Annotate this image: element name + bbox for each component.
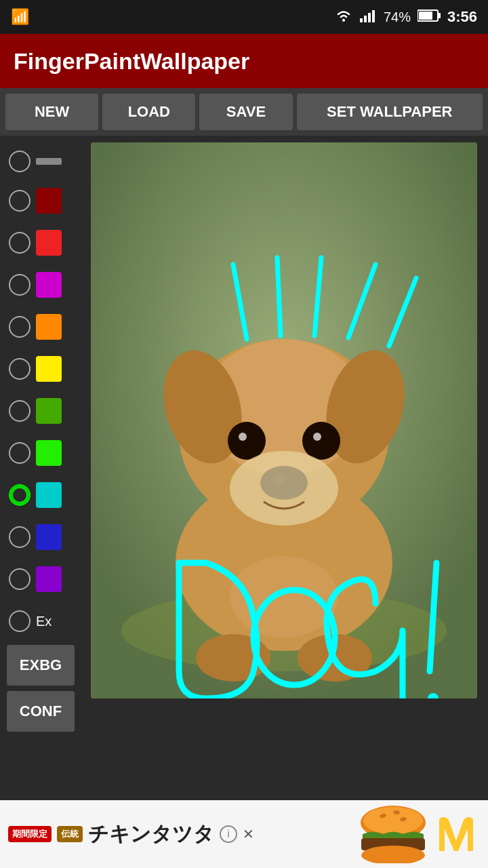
signal-icon — [359, 9, 377, 26]
color-swatch-lime-dark[interactable] — [36, 398, 62, 424]
color-swatch-orange[interactable] — [36, 314, 62, 340]
svg-rect-2 — [364, 16, 367, 22]
svg-rect-6 — [438, 13, 441, 18]
color-radio-blue[interactable] — [9, 526, 30, 548]
phone-signal-icon: 📶 — [11, 8, 29, 26]
color-radio-purple[interactable] — [9, 568, 30, 590]
ad-banner: 期間限定 伝統 チキンタツタ i ✕ — [0, 800, 488, 868]
ad-close-button[interactable]: ✕ — [243, 826, 254, 842]
new-button[interactable]: NEW — [5, 94, 98, 130]
mcdonalds-logo — [432, 806, 480, 863]
color-row-orange — [3, 306, 78, 348]
exbg-button[interactable]: EXBG — [7, 645, 75, 686]
svg-point-30 — [253, 590, 335, 685]
color-row-blue — [3, 516, 78, 558]
svg-rect-7 — [419, 12, 432, 20]
svg-rect-1 — [360, 18, 363, 22]
color-radio-red[interactable] — [9, 232, 30, 254]
color-swatch-red[interactable] — [36, 230, 62, 256]
svg-line-26 — [277, 258, 281, 336]
battery-icon — [418, 9, 441, 25]
battery-percent: 74% — [384, 9, 411, 25]
color-row-eraser: Ex — [3, 600, 78, 642]
color-radio-magenta[interactable] — [9, 274, 30, 296]
color-row-lime-dark — [3, 390, 78, 432]
color-swatch-purple[interactable] — [36, 566, 62, 592]
wifi-icon — [335, 9, 352, 26]
ad-badge1: 期間限定 — [8, 826, 52, 843]
svg-line-29 — [389, 278, 416, 346]
color-swatch-cyan[interactable] — [36, 482, 62, 508]
svg-point-32 — [428, 693, 439, 698]
color-row-lime — [3, 432, 78, 474]
save-button[interactable]: SAVE — [199, 94, 292, 130]
status-left: 📶 — [11, 8, 29, 26]
svg-line-31 — [430, 563, 436, 671]
color-radio-dark-red[interactable] — [9, 190, 30, 212]
svg-line-28 — [348, 264, 375, 338]
color-swatch-yellow[interactable] — [36, 356, 62, 382]
ad-info-button[interactable]: i — [220, 825, 237, 843]
color-radio-cyan[interactable] — [9, 484, 30, 506]
eraser-icon — [36, 158, 62, 165]
color-row-purple — [3, 558, 78, 600]
color-row-red — [3, 222, 78, 264]
svg-line-27 — [314, 258, 321, 336]
color-row-magenta — [3, 264, 78, 306]
canvas-area[interactable] — [81, 136, 488, 732]
svg-rect-4 — [372, 10, 375, 22]
color-swatch-magenta[interactable] — [36, 272, 62, 298]
color-sidebar: Ex EXBG CONF — [0, 136, 81, 732]
drawing-canvas[interactable] — [91, 142, 477, 698]
color-swatch-blue[interactable] — [36, 524, 62, 550]
color-row-dark-red — [3, 180, 78, 222]
conf-button[interactable]: CONF — [7, 691, 75, 732]
color-radio-lime[interactable] — [9, 442, 30, 464]
eraser-top-row — [3, 142, 78, 180]
color-radio-orange[interactable] — [9, 316, 30, 338]
color-swatch-dark-red[interactable] — [36, 188, 62, 214]
ad-badge2: 伝統 — [57, 826, 83, 843]
color-radio-eraser[interactable] — [9, 610, 30, 632]
burger-image — [359, 806, 427, 863]
status-right: 74% 3:56 — [335, 8, 477, 26]
color-swatch-lime[interactable] — [36, 440, 62, 466]
svg-rect-3 — [368, 13, 371, 22]
drawings-overlay — [91, 142, 477, 698]
ad-text: チキンタツタ — [88, 821, 214, 848]
status-bar: 📶 74% 3:56 — [0, 0, 488, 34]
eraser-top-radio[interactable] — [9, 151, 30, 172]
app-title: FingerPaintWallpaper — [14, 48, 249, 75]
title-bar: FingerPaintWallpaper — [0, 34, 488, 88]
main-area: Ex EXBG CONF — [0, 136, 488, 732]
color-radio-lime-dark[interactable] — [9, 400, 30, 422]
svg-point-0 — [342, 19, 345, 22]
toolbar: NEW LOAD SAVE SET WALLPAPER — [0, 88, 488, 136]
color-row-yellow — [3, 348, 78, 390]
eraser-label: Ex — [36, 614, 52, 629]
clock: 3:56 — [447, 8, 477, 26]
set-wallpaper-button[interactable]: SET WALLPAPER — [297, 94, 483, 130]
color-row-cyan — [3, 474, 78, 516]
load-button[interactable]: LOAD — [102, 94, 195, 130]
svg-line-25 — [233, 264, 247, 339]
color-radio-yellow[interactable] — [9, 358, 30, 380]
svg-point-34 — [363, 807, 423, 834]
